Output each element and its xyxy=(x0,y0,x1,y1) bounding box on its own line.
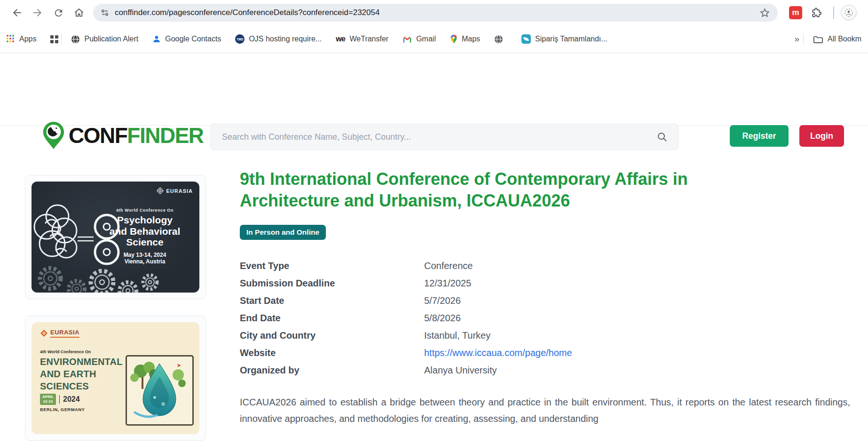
detail-row-website: Website https://www.iccaua.com/page/home xyxy=(240,347,851,359)
reload-icon[interactable] xyxy=(48,3,69,22)
conference-poster-card-environmental[interactable]: EURASIA 4th World Conference On ENVIRONM… xyxy=(25,316,206,441)
all-bookmarks-label: All Bookm xyxy=(828,35,861,43)
site-info-icon[interactable] xyxy=(100,8,110,18)
back-icon[interactable] xyxy=(7,3,27,22)
gmail-icon xyxy=(402,35,412,43)
browser-toolbar: conffinder.com/pagesconference/Conferenc… xyxy=(0,0,868,25)
register-button[interactable]: Register xyxy=(730,125,789,147)
page-title: 9th International Conference of Contempo… xyxy=(240,168,766,212)
wetransfer-icon: we xyxy=(336,35,345,43)
poster-date: APRIL22-23 2024 xyxy=(40,394,80,405)
related-conference-cards: EURASIA 4th World Conference On Psycholo… xyxy=(25,175,206,441)
url-text: conffinder.com/pagesconference/Conferenc… xyxy=(115,8,756,17)
folder-icon xyxy=(813,35,823,44)
website-link[interactable]: https://www.iccaua.com/page/home xyxy=(424,347,851,359)
psychology-poster-image: EURASIA 4th World Conference On Psycholo… xyxy=(32,182,199,293)
globe-icon xyxy=(71,35,80,44)
bookmark-publication-alert[interactable]: Publication Alert xyxy=(71,35,138,44)
water-drop-illustration xyxy=(126,355,194,426)
all-bookmarks[interactable]: All Bookm xyxy=(813,35,861,44)
toolbar-divider xyxy=(833,7,834,19)
poster-kicker: 4th World Conference On xyxy=(40,349,91,354)
poster-title: ENVIRONMENTAL AND EARTH SCIENCES xyxy=(40,356,123,392)
url-bar[interactable]: conffinder.com/pagesconference/Conferenc… xyxy=(93,4,778,22)
poster-date: May 13-14, 2024 xyxy=(94,252,196,258)
bookmarks-divider xyxy=(803,33,804,45)
bookmark-siparis[interactable]: Sipariş Tamamlandı... xyxy=(521,34,608,44)
bookmark-google-contacts[interactable]: Google Contacts xyxy=(152,35,221,43)
apps-grid-icon xyxy=(7,35,15,43)
detail-row-end-date: End Date 5/8/2026 xyxy=(240,312,851,324)
poster-title: Psychology and Behavioral Science xyxy=(94,214,196,248)
tmd-icon: TMD xyxy=(235,34,245,44)
poster-location: BERLIN, GERMANY xyxy=(40,407,85,412)
maps-pin-icon xyxy=(450,34,458,44)
poster-kicker: 4th World Conference On xyxy=(94,208,196,213)
detail-row-start-date: Start Date 5/7/2026 xyxy=(240,294,851,307)
leaf-icon xyxy=(521,34,531,44)
detail-row-city-country: City and Country Istanbul, Turkey xyxy=(240,329,851,341)
login-button[interactable]: Login xyxy=(799,125,844,147)
bookmarks-bar: Apps Publication Alert Google Contacts T… xyxy=(0,25,868,53)
bookmark-apps[interactable]: Apps xyxy=(7,35,36,43)
bookmark-star-icon[interactable] xyxy=(756,3,773,22)
detail-row-organized-by: Organized by Alanya University xyxy=(240,364,851,376)
bookmarks-overflow-chevron[interactable]: » xyxy=(791,34,802,44)
bookmark-gmail[interactable]: Gmail xyxy=(402,35,436,43)
poster-text: 4th World Conference On Psychology and B… xyxy=(94,208,196,265)
bookmark-globe[interactable] xyxy=(494,35,507,44)
bookmark-maps[interactable]: Maps xyxy=(450,34,480,44)
eurasia-logo: EURASIA xyxy=(157,187,193,194)
bookmarks-divider xyxy=(61,33,62,45)
grid-icon[interactable] xyxy=(50,35,58,43)
poster-location: Vienna, Austria xyxy=(94,258,196,265)
person-icon xyxy=(152,35,161,43)
apps-label: Apps xyxy=(19,35,36,43)
logo-text: CONFFINDER xyxy=(69,123,204,148)
detail-row-submission-deadline: Submission Deadline 12/31/2025 xyxy=(240,277,851,289)
eurasia-logo: EURASIA xyxy=(40,329,79,338)
search-input[interactable] xyxy=(211,132,656,142)
mode-badge: In Person and Online xyxy=(240,225,326,240)
bookmark-wetransfer[interactable]: we WeTransfer xyxy=(336,35,388,43)
browser-window: conffinder.com/pagesconference/Conferenc… xyxy=(0,0,868,444)
extensions-puzzle-icon[interactable] xyxy=(806,3,827,22)
bookmark-ojs-hosting[interactable]: TMD OJS hosting require... xyxy=(235,34,322,44)
mendeley-extension-icon[interactable]: m xyxy=(789,6,802,19)
search-icon[interactable] xyxy=(656,131,668,143)
details-table: Event Type Conference Submission Deadlin… xyxy=(240,260,851,376)
profile-avatar[interactable] xyxy=(841,5,857,21)
globe-icon xyxy=(494,35,503,44)
conference-search xyxy=(210,124,679,150)
conffinder-logo[interactable]: CONFFINDER xyxy=(41,121,204,150)
detail-row-event-type: Event Type Conference xyxy=(240,260,851,272)
home-icon[interactable] xyxy=(69,3,89,22)
environmental-poster-image: EURASIA 4th World Conference On ENVIRONM… xyxy=(32,322,199,434)
conference-poster-card-psychology[interactable]: EURASIA 4th World Conference On Psycholo… xyxy=(25,175,206,299)
site-header: CONFFINDER Register Login xyxy=(0,53,868,126)
map-pin-logo-icon xyxy=(41,121,66,150)
conference-description: ICCAUA2026 aimed to establish a bridge b… xyxy=(240,394,850,427)
forward-icon[interactable] xyxy=(27,3,48,22)
conference-details: 9th International Conference of Contempo… xyxy=(240,168,851,427)
